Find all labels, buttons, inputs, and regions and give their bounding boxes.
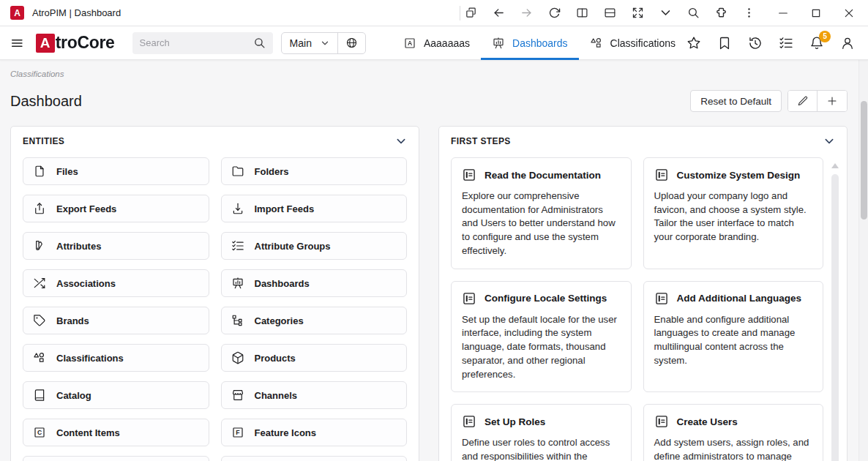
tab-dashboards[interactable]: Dashboards <box>481 26 579 59</box>
first-steps-card[interactable]: Set Up RolesDefine user roles to control… <box>451 404 632 461</box>
user-button[interactable] <box>840 36 855 50</box>
entity-button[interactable]: FFeature Icons <box>221 419 408 446</box>
card-title: Read the Documentation <box>484 170 601 181</box>
first-steps-card[interactable]: Create UsersAdd system users, assign rol… <box>643 404 824 461</box>
nav-group-select[interactable]: Main <box>282 33 337 53</box>
entities-panel-title: ENTITIES <box>23 136 64 146</box>
entity-button[interactable]: Products <box>221 344 408 372</box>
extensions-icon[interactable] <box>715 7 727 19</box>
file-icon <box>33 165 46 178</box>
svg-text:F: F <box>236 429 239 436</box>
forward-icon[interactable] <box>520 7 533 19</box>
entity-button[interactable]: Catalog <box>23 381 209 409</box>
locale-globe-button[interactable] <box>337 33 365 53</box>
letter-c-icon: C <box>33 426 46 439</box>
split-horizontal-icon[interactable] <box>604 7 616 19</box>
card-description: Explore our comprehensive documentation … <box>462 190 621 258</box>
page-scrollbar-thumb[interactable] <box>861 101 867 220</box>
entities-grid: FilesFoldersExport FeedsImport FeedsAttr… <box>11 154 419 461</box>
entity-button[interactable]: Files <box>23 157 209 185</box>
header-actions: 5 <box>686 36 858 50</box>
logo-text: troCore <box>56 33 115 53</box>
close-icon[interactable] <box>843 7 855 19</box>
card-title: Add Additional Languages <box>677 293 802 304</box>
entity-label: Products <box>255 353 296 364</box>
card-title: Configure Locale Settings <box>484 293 607 304</box>
app-logo[interactable]: A troCore <box>36 33 115 53</box>
entity-button[interactable] <box>23 456 209 461</box>
entity-button[interactable]: CContent Items <box>23 419 209 446</box>
split-vertical-icon[interactable] <box>576 7 588 19</box>
star-button[interactable] <box>686 36 701 50</box>
entity-button[interactable]: Brands <box>23 307 209 334</box>
breadcrumb[interactable]: Classifications <box>0 60 75 78</box>
bell-button[interactable]: 5 <box>809 36 824 50</box>
back-icon[interactable] <box>493 7 505 19</box>
entity-button[interactable] <box>221 456 408 461</box>
entity-button[interactable]: Dashboards <box>221 269 408 297</box>
maximize-icon[interactable] <box>810 7 822 19</box>
first-steps-card[interactable]: Customize System DesignUpload your compa… <box>643 157 824 269</box>
tab-classifications[interactable]: Classifications <box>579 26 686 59</box>
zoom-icon[interactable] <box>687 7 700 19</box>
search-input[interactable] <box>140 37 253 48</box>
entity-button[interactable]: Attributes <box>23 232 209 260</box>
add-dashlet-button[interactable] <box>818 91 847 111</box>
menu-kebab-icon[interactable] <box>743 7 755 19</box>
title-actions: Reset to Default <box>690 90 848 112</box>
chevron-down-icon[interactable] <box>659 7 672 19</box>
panel-scrollbar-thumb[interactable] <box>831 174 839 461</box>
reload-icon[interactable] <box>548 7 561 19</box>
entity-button[interactable]: Folders <box>221 157 408 185</box>
entity-button[interactable]: Attribute Groups <box>221 232 408 260</box>
entity-button[interactable]: Associations <box>23 269 209 297</box>
first-steps-card[interactable]: Add Additional LanguagesEnable and confi… <box>643 281 824 393</box>
checklist-button[interactable] <box>779 36 793 50</box>
entity-label: Attribute Groups <box>255 241 331 252</box>
minimize-icon[interactable] <box>777 7 789 19</box>
first-steps-card[interactable]: Read the DocumentationExplore our compre… <box>451 157 632 269</box>
browser-tab-title: AtroPIM | Dashboard <box>32 7 121 18</box>
card-description: Add system users, assign roles, and defi… <box>654 436 813 461</box>
card-description: Set up the default locale for the user i… <box>462 313 621 382</box>
article-icon <box>654 414 669 429</box>
collapse-chevron-icon[interactable] <box>395 135 407 147</box>
panel-scrollbar[interactable] <box>831 157 839 461</box>
entity-button[interactable]: Channels <box>221 381 408 409</box>
cube-icon <box>231 351 244 364</box>
notification-badge: 5 <box>819 31 831 42</box>
entity-button[interactable]: Classifications <box>23 344 209 372</box>
card-description: Define user roles to control access and … <box>462 436 621 461</box>
history-button[interactable] <box>748 36 763 50</box>
tab-aaaaaaas[interactable]: AAaaaaaas <box>392 26 481 59</box>
page-scrollbar[interactable] <box>858 60 868 461</box>
search-box[interactable] <box>132 32 273 54</box>
entity-button[interactable]: Export Feeds <box>23 195 209 222</box>
entities-panel-header: ENTITIES <box>11 127 419 154</box>
hamburger-menu-icon[interactable] <box>10 36 24 50</box>
reset-to-default-button[interactable]: Reset to Default <box>690 90 782 112</box>
bookmark-button[interactable] <box>717 36 732 50</box>
first-steps-card[interactable]: Configure Locale SettingsSet up the defa… <box>451 281 632 393</box>
tab-label: Classifications <box>610 37 676 49</box>
chevron-down-icon <box>321 39 329 48</box>
article-icon <box>462 291 476 306</box>
history-icon <box>748 36 763 50</box>
search-icon[interactable] <box>253 37 266 49</box>
window-controls <box>777 7 855 19</box>
svg-text:A: A <box>408 40 412 47</box>
fullscreen-icon[interactable] <box>632 7 644 19</box>
article-icon <box>654 168 669 182</box>
first-steps-panel-title: FIRST STEPS <box>451 136 511 146</box>
collapse-chevron-icon[interactable] <box>823 135 835 147</box>
scroll-up-arrow-icon[interactable] <box>831 163 839 168</box>
book-icon <box>33 389 46 402</box>
edit-dashboard-button[interactable] <box>788 91 818 111</box>
entity-label: Feature Icons <box>255 427 317 438</box>
tab-label: Aaaaaaas <box>424 37 470 49</box>
entity-button[interactable]: Categories <box>221 307 408 334</box>
entity-label: Categories <box>255 315 304 326</box>
entity-button[interactable]: Import Feeds <box>221 195 408 222</box>
entity-label: Files <box>56 166 78 177</box>
duplicate-tab-icon[interactable] <box>465 7 477 19</box>
